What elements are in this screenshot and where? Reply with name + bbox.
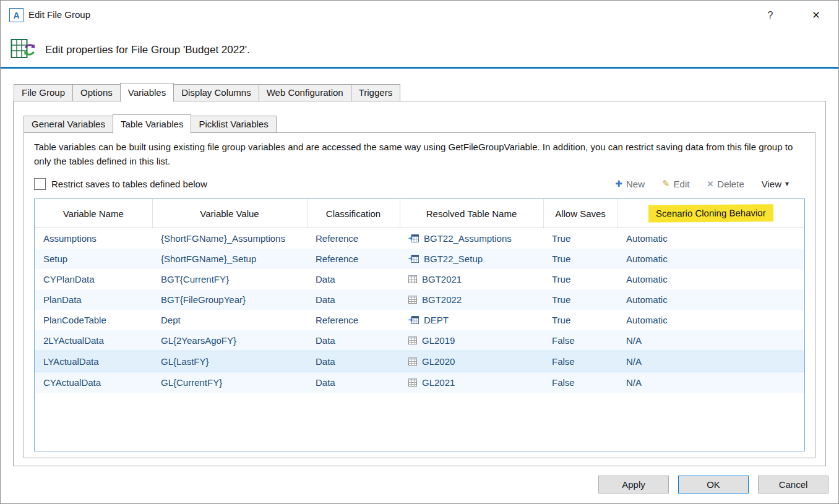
table-row[interactable]: 2LYActualData GL{2YearsAgoFY} Data GL201… [35,330,804,351]
cell-classification: Data [307,372,400,393]
tab-variables[interactable]: Variables [120,83,174,102]
pencil-icon: ✎ [662,178,670,189]
cell-variable-name: Setup [35,249,152,269]
restrict-saves-checkbox[interactable]: Restrict saves to tables defined below [34,178,207,190]
tab-table-variables[interactable]: Table Variables [113,114,191,134]
cell-variable-name: CYActualData [35,372,152,393]
col-variable-name[interactable]: Variable Name [35,199,152,228]
cell-resolved-table-name: BGT2022 [400,289,543,310]
cell-allow-saves: False [543,372,617,393]
yellow-highlight: Scenario Cloning Behavior [648,204,773,222]
cell-classification: Data [307,330,400,351]
cell-variable-value: BGT{CurrentFY} [152,269,307,289]
titlebar: A Edit File Group ? ✕ [1,1,838,29]
table-row[interactable]: LYActualData GL{LastFY} Data GL2020 [35,351,804,372]
cell-resolved-table-name: DEPT [400,310,543,330]
footer-buttons: Apply OK Cancel [598,476,828,493]
cell-classification: Reference [307,228,400,249]
restrict-saves-label: Restrict saves to tables defined below [51,179,207,189]
cell-allow-saves: True [543,289,617,310]
tab-options[interactable]: Options [72,84,121,101]
resolved-table-text: DEPT [424,315,449,325]
tab-triggers[interactable]: Triggers [351,84,400,101]
cell-classification: Data [307,289,400,310]
resolved-table-text: GL2020 [422,356,455,367]
resolved-table-text: BGT22_Setup [424,254,483,264]
close-icon[interactable]: ✕ [808,7,824,23]
tab-file-group[interactable]: File Group [14,84,73,101]
table-toolbar: ✚ New ✎ Edit ✕ Delete View ▾ [615,178,789,189]
cell-allow-saves: True [543,310,617,330]
file-group-icon [11,37,35,61]
checkbox-icon[interactable] [34,178,46,190]
cell-variable-name: Assumptions [35,228,152,249]
cell-scenario-cloning: N/A [617,351,804,372]
cell-scenario-cloning: Automatic [617,310,804,330]
cell-variable-name: PlanData [35,289,152,310]
col-scenario-cloning-behavior[interactable]: Scenario Cloning Behavior [617,199,804,228]
tab-general-variables[interactable]: General Variables [24,116,113,133]
resolved-table-text: GL2019 [422,335,455,346]
cell-variable-name: 2LYActualData [35,330,152,351]
table-row[interactable]: Setup {ShortFGName}_Setup Reference BGT2… [35,249,804,269]
cell-variable-name: LYActualData [35,351,152,372]
reference-table-icon [408,316,419,324]
cell-resolved-table-name: BGT2021 [400,269,543,289]
cell-variable-name: CYPlanData [35,269,152,289]
plus-icon: ✚ [615,179,622,189]
new-button-label: New [626,179,645,189]
reference-table-icon [408,234,419,242]
tab-web-configuration[interactable]: Web Configuration [259,84,351,101]
col-variable-value[interactable]: Variable Value [152,199,307,228]
cell-variable-value: Dept [152,310,307,330]
delete-x-icon: ✕ [707,179,713,189]
cell-scenario-cloning: Automatic [617,289,804,310]
table-variables-panel: Table variables can be built using exist… [24,132,815,458]
help-icon[interactable]: ? [763,8,778,23]
resolved-table-text: BGT22_Assumptions [424,233,512,244]
ok-button[interactable]: OK [678,476,749,493]
window-title: Edit File Group [28,9,90,20]
col-resolved-table-name[interactable]: Resolved Table Name [400,199,543,228]
new-button[interactable]: ✚ New [615,179,645,189]
edit-button[interactable]: ✎ Edit [662,178,689,189]
cell-scenario-cloning: Automatic [617,269,804,289]
cell-variable-value: {ShortFGName}_Setup [152,249,307,269]
data-table-icon [408,296,417,304]
cell-variable-value: BGT{FileGroupYear} [152,289,307,310]
cell-allow-saves: True [543,249,617,269]
cancel-button[interactable]: Cancel [758,476,828,493]
resolved-table-text: BGT2021 [422,274,462,284]
cell-classification: Data [307,351,400,372]
resolved-table-text: BGT2022 [422,294,462,305]
controls-row: Restrict saves to tables defined below ✚… [34,176,789,191]
sub-tab-strip: General VariablesTable VariablesPicklist… [24,114,277,133]
cell-resolved-table-name: GL2019 [400,330,543,351]
cell-scenario-cloning: N/A [617,330,804,351]
table-variables-description: Table variables can be built using exist… [34,140,804,168]
delete-button[interactable]: ✕ Delete [707,179,744,189]
cell-resolved-table-name: GL2020 [400,351,543,372]
table-row[interactable]: CYActualData GL{CurrentFY} Data GL2021 [35,372,804,393]
cell-allow-saves: False [543,330,617,351]
cell-resolved-table-name: GL2021 [400,372,543,393]
col-allow-saves[interactable]: Allow Saves [543,199,617,228]
table-row[interactable]: PlanCodeTable Dept Reference DEPT [35,310,804,330]
table-row[interactable]: PlanData BGT{FileGroupYear} Data BGT2022 [35,289,804,310]
view-dropdown[interactable]: View ▾ [762,179,789,189]
table-header-row: Variable Name Variable Value Classificat… [35,199,804,228]
cell-variable-name: PlanCodeTable [35,310,152,330]
cell-variable-value: {ShortFGName}_Assumptions [152,228,307,249]
highlighted-column-label: Scenario Cloning Behavior [656,207,766,218]
cell-classification: Data [307,269,400,289]
tab-picklist-variables[interactable]: Picklist Variables [191,116,276,133]
table-row[interactable]: CYPlanData BGT{CurrentFY} Data BGT2021 [35,269,804,289]
data-table-icon [408,357,417,365]
col-classification[interactable]: Classification [307,199,400,228]
accent-divider [1,67,838,69]
apply-button[interactable]: Apply [598,476,669,493]
variables-table-body: Assumptions {ShortFGName}_Assumptions Re… [35,228,804,393]
table-row[interactable]: Assumptions {ShortFGName}_Assumptions Re… [35,228,804,249]
tab-display-columns[interactable]: Display Columns [173,84,259,101]
cell-scenario-cloning: N/A [617,372,804,393]
